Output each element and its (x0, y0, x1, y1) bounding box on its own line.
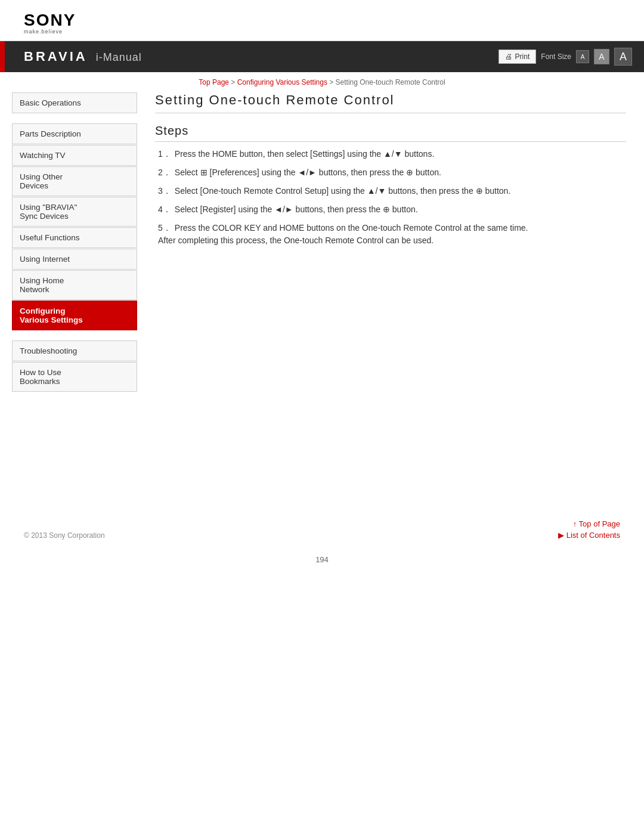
font-small-button[interactable]: A (576, 50, 589, 63)
header-bar: BRAVIA i-Manual 🖨 Print Font Size A A A (0, 41, 644, 72)
step-num-5: 5． (158, 223, 171, 233)
breadcrumb-sep2: > (329, 78, 335, 86)
page-number: 194 (0, 549, 644, 576)
sidebar-item-basic-operations[interactable]: Basic Operations (12, 92, 137, 113)
step-num-2: 2． (158, 168, 171, 177)
sidebar-item-bravia-sync[interactable]: Using "BRAVIA"Sync Devices (12, 197, 137, 227)
content-area: Basic Operations Parts Description Watch… (0, 92, 644, 510)
top-bar: SONY make.believe (0, 0, 644, 41)
sidebar-item-using-other-devices[interactable]: Using OtherDevices (12, 166, 137, 196)
step-3: 3．Select [One-touch Remote Control Setup… (155, 185, 626, 197)
font-large-button[interactable]: A (614, 48, 632, 66)
bravia-label: BRAVIA (24, 49, 88, 64)
imanual-label: i-Manual (96, 51, 142, 64)
breadcrumb-configuring[interactable]: Configuring Various Settings (237, 78, 327, 86)
sidebar: Basic Operations Parts Description Watch… (12, 92, 137, 486)
list-of-contents-link[interactable]: ▶ List of Contents (558, 531, 620, 540)
sidebar-item-bookmarks[interactable]: How to UseBookmarks (12, 362, 137, 392)
bravia-title: BRAVIA i-Manual (24, 49, 142, 64)
breadcrumb: Top Page > Configuring Various Settings … (0, 72, 644, 92)
steps-heading: Steps (155, 124, 626, 142)
steps-list: 1．Press the HOME button, then select [Se… (155, 148, 626, 247)
print-button[interactable]: 🖨 Print (499, 49, 537, 64)
sidebar-item-useful-functions[interactable]: Useful Functions (12, 227, 137, 248)
step-5: 5．Press the COLOR KEY and HOME buttons o… (155, 222, 626, 247)
top-of-page-link[interactable]: ↑ Top of Page (573, 519, 620, 528)
step-1: 1．Press the HOME button, then select [Se… (155, 148, 626, 160)
font-medium-button[interactable]: A (594, 49, 609, 64)
step-num-4: 4． (158, 205, 171, 214)
step-4: 4．Select [Register] using the ◄/► button… (155, 203, 626, 216)
print-icon: 🖨 (505, 52, 512, 61)
step-num-3: 3． (158, 186, 171, 196)
main-content: Setting One-touch Remote Control Steps 1… (149, 92, 632, 486)
bottom-bar: © 2013 Sony Corporation ↑ Top of Page ▶ … (0, 510, 644, 549)
font-size-label: Font Size (541, 52, 571, 61)
main-wrapper: Top Page > Configuring Various Settings … (0, 72, 644, 576)
sidebar-item-home-network[interactable]: Using HomeNetwork (12, 270, 137, 300)
copyright: © 2013 Sony Corporation (24, 531, 105, 540)
page-title: Setting One-touch Remote Control (155, 92, 626, 113)
print-label: Print (515, 52, 530, 61)
sidebar-item-troubleshooting[interactable]: Troubleshooting (12, 340, 137, 361)
sidebar-item-using-internet[interactable]: Using Internet (12, 249, 137, 270)
step-2: 2．Select ⊞ [Preferences] using the ◄/► b… (155, 166, 626, 179)
sony-tagline: make.believe (24, 29, 63, 35)
breadcrumb-sep1: > (231, 78, 237, 86)
red-accent (0, 41, 5, 72)
header-right: 🖨 Print Font Size A A A (499, 48, 632, 66)
sony-brand: SONY (24, 11, 76, 30)
sidebar-item-watching-tv[interactable]: Watching TV (12, 145, 137, 166)
breadcrumb-top-page[interactable]: Top Page (199, 78, 229, 86)
step-num-1: 1． (158, 149, 171, 159)
breadcrumb-current: Setting One-touch Remote Control (336, 78, 445, 86)
sony-logo: SONY make.believe (24, 11, 620, 35)
sidebar-item-configuring[interactable]: ConfiguringVarious Settings (12, 301, 137, 330)
sidebar-item-parts-description[interactable]: Parts Description (12, 123, 137, 144)
nav-links: ↑ Top of Page ▶ List of Contents (558, 519, 620, 540)
